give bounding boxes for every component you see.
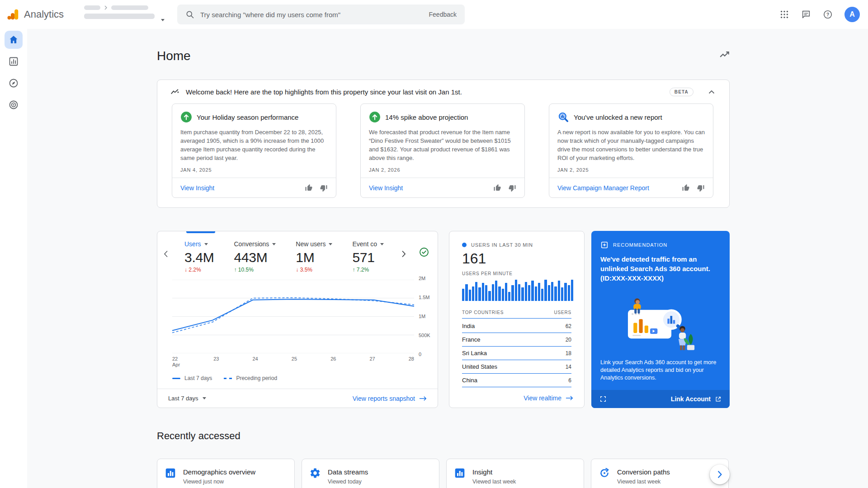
metric-label: Conversions (234, 240, 269, 248)
account-property-breadcrumb[interactable] (84, 5, 155, 19)
realtime-header: USERS IN LAST 30 MIN (471, 242, 533, 248)
account-avatar[interactable]: A (844, 7, 860, 22)
help-icon[interactable]: ? (823, 9, 833, 19)
country-name: Sri Lanka (462, 350, 487, 357)
country-users: 20 (566, 337, 571, 343)
insight-body: We forecasted that product revenue for t… (369, 128, 516, 162)
thumb-up-icon[interactable] (493, 184, 501, 192)
sidebar-item-reports[interactable] (0, 51, 27, 72)
metric-tab-conversions[interactable]: Conversions443M↑ 10.5% (234, 240, 276, 273)
insight-body: A new report is now available for you to… (557, 128, 705, 162)
sidebar-item-home[interactable] (0, 29, 27, 51)
search-feedback-link[interactable]: Feedback (429, 11, 457, 18)
insight-title: You've unlocked a new report (574, 113, 662, 121)
recent-card-subtitle: Viewed today (328, 479, 368, 485)
chevron-down-icon[interactable] (329, 243, 332, 245)
country-name: China (462, 377, 477, 384)
per-minute-bar (485, 285, 487, 301)
explore-compass-icon (8, 78, 19, 89)
view-realtime-link[interactable]: View realtime (524, 394, 573, 402)
legend-item: Preceding period (224, 375, 277, 381)
metric-label: Users (184, 240, 201, 248)
country-row: India62 (462, 319, 571, 333)
x-axis-labels: 22 Apr232425262728 (172, 356, 414, 368)
data-quality-check-icon[interactable] (419, 247, 429, 258)
sidebar-item-explore[interactable] (0, 72, 27, 94)
insight-action-link[interactable]: View Insight (369, 184, 486, 192)
view-reports-snapshot-link[interactable]: View reports snapshot (353, 395, 427, 402)
metric-tab-users[interactable]: Users3.4M↓ 2.2% (184, 240, 214, 273)
insight-title: Your Holiday season performance (197, 113, 298, 121)
carousel-right-icon[interactable] (400, 249, 408, 259)
expand-fullscreen-icon[interactable] (599, 395, 607, 403)
conversion-paths-icon (599, 467, 610, 488)
link-account-button[interactable]: Link Account (671, 395, 722, 403)
insight-cards: Your Holiday season performanceItem purc… (172, 103, 713, 198)
reports-icon (8, 56, 19, 67)
collapse-chevron-up-icon[interactable] (707, 88, 717, 96)
recent-card-conversion-paths[interactable]: Conversion pathsViewed last week (591, 459, 729, 488)
recent-next-button[interactable] (710, 465, 730, 484)
active-tab-indicator (186, 231, 215, 233)
recent-card-insight[interactable]: InsightViewed last week (446, 459, 584, 488)
metric-tab-new-users[interactable]: New users1M↓ 3.5% (296, 240, 332, 273)
legend-label: Preceding period (236, 375, 277, 381)
per-minute-bar (488, 291, 491, 301)
google-apps-icon[interactable] (779, 9, 789, 19)
search-input[interactable] (200, 11, 423, 19)
chevron-down-icon[interactable] (204, 243, 208, 245)
per-minute-bar (558, 281, 560, 301)
chevron-right-icon (717, 470, 722, 479)
recent-card-data-streams[interactable]: Data streamsViewed today (302, 459, 439, 488)
chevron-down-icon[interactable] (272, 243, 276, 245)
insights-trending-icon[interactable] (719, 49, 731, 61)
send-feedback-icon[interactable] (801, 9, 811, 19)
metric-tab-event-co[interactable]: Event co571↑ 7.2% (352, 240, 383, 273)
thumb-down-icon[interactable] (320, 184, 328, 192)
country-users: 6 (568, 377, 571, 384)
legend-swatch (172, 378, 180, 379)
y-axis-labels: 2M1.5M1M500K0 (419, 276, 437, 357)
recommendation-header: RECOMMENDATION (600, 241, 667, 249)
home-icon (8, 34, 19, 45)
recent-card-subtitle: Viewed just now (183, 479, 255, 485)
carousel-left-icon[interactable] (162, 249, 170, 259)
analytics-brand[interactable]: Analytics (6, 0, 64, 29)
realtime-users-value: 161 (462, 250, 486, 267)
snapshot-link-label: View reports snapshot (353, 395, 415, 402)
search-bar[interactable]: Feedback (177, 5, 465, 24)
date-range-select[interactable]: Last 7 days (168, 395, 206, 402)
per-minute-bar (511, 285, 514, 301)
insight-action-link[interactable]: View Insight (180, 184, 298, 192)
country-users: 18 (566, 350, 571, 357)
per-minute-bar (551, 282, 553, 301)
chevron-down-icon[interactable] (380, 243, 384, 245)
per-minute-bar (538, 283, 540, 301)
x-tick-label: 23 (213, 356, 219, 368)
arrow-right-icon (566, 395, 573, 401)
country-row: Sri Lanka18 (462, 347, 571, 360)
y-tick-label: 1M (419, 314, 437, 319)
per-minute-bar (465, 284, 467, 301)
per-minute-bar (525, 282, 527, 301)
metric-value: 443M (234, 250, 276, 265)
country-name: India (462, 323, 475, 329)
new-report-icon (557, 111, 569, 123)
insight-action-link[interactable]: View Campaign Manager Report (557, 184, 675, 192)
sidebar-item-advertising[interactable] (0, 94, 27, 116)
thumb-down-icon[interactable] (508, 184, 516, 192)
y-tick-label: 500K (419, 333, 437, 338)
country-name: France (462, 336, 480, 343)
legend-swatch (224, 378, 232, 379)
thumb-down-icon[interactable] (697, 184, 705, 192)
delta-arrow-icon: ↑ (352, 267, 355, 273)
delta-arrow-icon: ↓ (184, 267, 187, 273)
per-minute-bar (548, 285, 550, 301)
per-minute-bar (508, 292, 510, 301)
thumb-up-icon[interactable] (682, 184, 690, 192)
bar-chart-icon (165, 467, 176, 488)
recent-card-demographics-overview[interactable]: Demographics overviewViewed just now (157, 459, 295, 488)
account-picker-caret-icon[interactable] (161, 19, 165, 21)
insight-date: JAN 2, 2025 (557, 167, 589, 173)
thumb-up-icon[interactable] (305, 184, 313, 192)
